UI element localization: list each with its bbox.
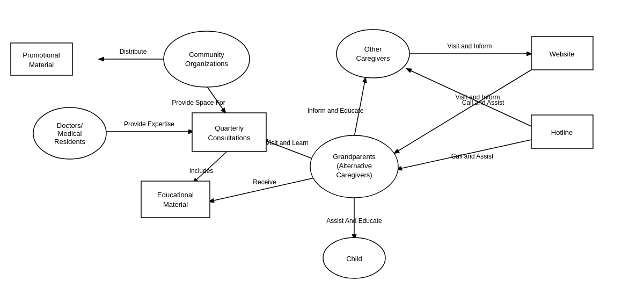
label-visit-learn: Visit and Learn [266, 139, 309, 147]
edge-hotline-caregivers [407, 69, 531, 126]
label-grandparents1: Grandparents [333, 153, 376, 161]
label-quarterly1: Quarterly [215, 124, 244, 132]
label-quarterly2: Consultations [208, 134, 251, 142]
label-grandparents3: Caregivers) [336, 171, 372, 179]
label-educational1: Educational [157, 191, 194, 199]
edge-website-grandparents [394, 70, 531, 153]
label-call-assist-gp: Call and Assist [451, 153, 494, 160]
label-community-orgs1: Community [189, 51, 224, 59]
edge-includes [193, 150, 228, 183]
diagram-svg: Distribute Provide Space For Provide Exp… [0, 0, 644, 302]
label-educational2: Material [163, 200, 188, 208]
node-community-orgs [164, 31, 250, 87]
label-inform-educate: Inform and Educate [308, 107, 364, 114]
label-hotline: Hotline [551, 128, 573, 136]
label-includes: Includes [189, 167, 214, 175]
label-receive: Receive [253, 178, 276, 186]
label-community-orgs2: Organizations [185, 60, 229, 68]
label-website: Website [550, 50, 575, 58]
label-other-caregivers2: Caregivers [356, 54, 390, 62]
label-doctors1: Doctors/ [57, 121, 83, 130]
label-assist-educate: Assist And Educate [326, 217, 382, 225]
label-child: Child [346, 255, 362, 263]
label-provide-space: Provide Space For [172, 99, 225, 106]
node-other-caregivers [336, 30, 409, 78]
label-distribute: Distribute [120, 48, 147, 55]
label-other-caregivers1: Other [364, 45, 382, 53]
label-grandparents2: (Alternative [336, 162, 372, 170]
node-educational-material [141, 181, 210, 218]
label-doctors3: Residents [54, 138, 85, 146]
label-visit-inform-top: Visit and Inform [447, 42, 492, 50]
diagram-container: Distribute Provide Space For Provide Exp… [0, 0, 644, 302]
label-promotional-material: Promotional [23, 51, 60, 59]
label-doctors2: Medical [58, 130, 82, 138]
label-call-assist-oc: Call and Assist [462, 99, 504, 106]
label-provide-expertise: Provide Expertise [124, 120, 174, 128]
label-promotional-material2: Material [29, 61, 54, 69]
